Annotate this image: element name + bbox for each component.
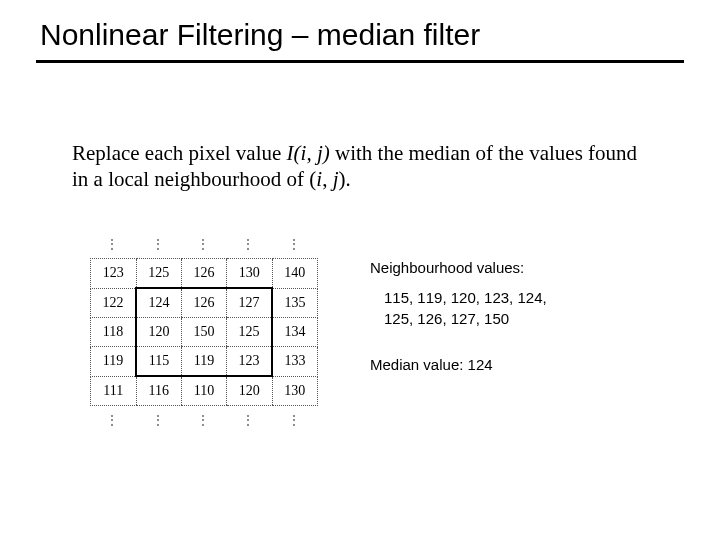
cell: 116 — [136, 376, 182, 406]
body-prefix: Replace each pixel value — [72, 141, 287, 165]
dots-top: ⋮ — [136, 230, 182, 259]
cell: 111 — [91, 376, 137, 406]
pixel-grid: ⋮ ⋮ ⋮ ⋮ ⋮ 123 125 126 130 140 122 124 12… — [90, 230, 318, 434]
cell: 126 — [182, 259, 227, 289]
cell: 122 — [91, 288, 137, 318]
median-value: Median value: 124 — [370, 355, 670, 375]
body-Iij: I(i, j) — [287, 141, 330, 165]
cell-nb-center: 150 — [182, 318, 227, 347]
cell: 123 — [91, 259, 137, 289]
values-line: 125, 126, 127, 150 — [384, 309, 670, 329]
cell-nb: 127 — [227, 288, 273, 318]
title-underline — [36, 60, 684, 63]
cell: 133 — [272, 347, 318, 377]
dots-bottom: ⋮ — [272, 406, 318, 435]
cell: 125 — [136, 259, 182, 289]
values-line: 115, 119, 120, 123, 124, — [384, 288, 670, 308]
dots-top: ⋮ — [182, 230, 227, 259]
pixel-grid-figure: ⋮ ⋮ ⋮ ⋮ ⋮ 123 125 126 130 140 122 124 12… — [90, 230, 318, 434]
cell: 135 — [272, 288, 318, 318]
side-panel: Neighbourhood values: 115, 119, 120, 123… — [370, 258, 670, 375]
neighbourhood-label: Neighbourhood values: — [370, 258, 670, 278]
body-comma: , — [322, 167, 333, 191]
cell-nb: 125 — [227, 318, 273, 347]
cell-nb: 126 — [182, 288, 227, 318]
slide: Nonlinear Filtering – median filter Repl… — [0, 0, 720, 540]
dots-top: ⋮ — [91, 230, 137, 259]
cell: 119 — [91, 347, 137, 377]
cell: 140 — [272, 259, 318, 289]
neighbourhood-values: 115, 119, 120, 123, 124, 125, 126, 127, … — [370, 288, 670, 329]
dots-bottom: ⋮ — [227, 406, 273, 435]
cell: 130 — [227, 259, 273, 289]
cell: 118 — [91, 318, 137, 347]
cell-nb: 124 — [136, 288, 182, 318]
dots-bottom: ⋮ — [136, 406, 182, 435]
cell-nb: 115 — [136, 347, 182, 377]
cell: 120 — [227, 376, 273, 406]
cell: 110 — [182, 376, 227, 406]
cell-nb: 119 — [182, 347, 227, 377]
cell-nb: 120 — [136, 318, 182, 347]
cell: 130 — [272, 376, 318, 406]
body-suffix: ). — [339, 167, 351, 191]
dots-top: ⋮ — [227, 230, 273, 259]
cell-nb: 123 — [227, 347, 273, 377]
cell: 134 — [272, 318, 318, 347]
dots-bottom: ⋮ — [91, 406, 137, 435]
dots-top: ⋮ — [272, 230, 318, 259]
page-title: Nonlinear Filtering – median filter — [40, 18, 480, 52]
body-text: Replace each pixel value I(i, j) with th… — [72, 140, 652, 193]
dots-bottom: ⋮ — [182, 406, 227, 435]
